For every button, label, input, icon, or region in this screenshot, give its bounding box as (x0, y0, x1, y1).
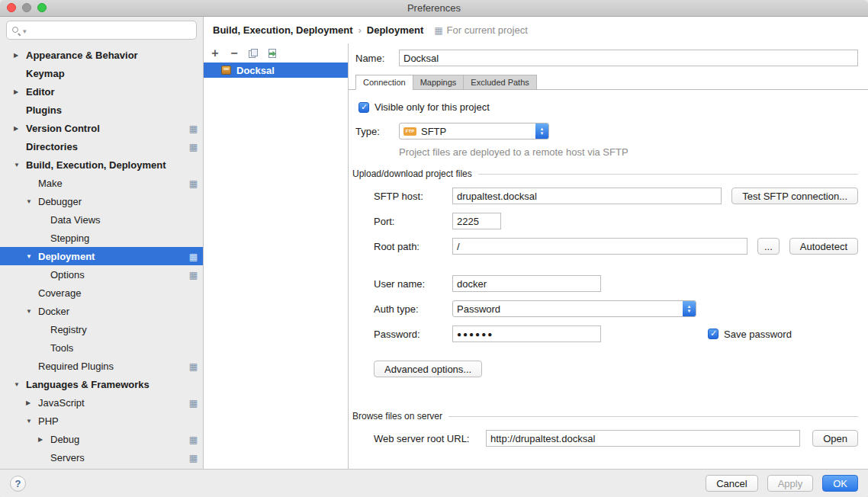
server-list-panel: Docksal (204, 43, 349, 469)
sidebar-item-keymap[interactable]: Keymap (0, 64, 203, 82)
auth-type-select[interactable]: Password (452, 300, 696, 317)
help-button[interactable]: ? (10, 476, 26, 492)
name-row: Name: (355, 50, 858, 66)
sidebar-item-label: JavaScript (38, 397, 85, 409)
breadcrumb-parent[interactable]: Build, Execution, Deployment (213, 24, 352, 36)
sidebar-item-editor[interactable]: ▶Editor (0, 82, 203, 101)
sidebar-item-debug[interactable]: ▶Debug (0, 430, 203, 448)
apply-button[interactable]: Apply (767, 475, 814, 492)
sidebar-item-data-views[interactable]: Data Views (0, 210, 203, 229)
chevron-right-icon[interactable]: ▶ (38, 436, 50, 443)
tab-connection[interactable]: Connection (355, 75, 413, 90)
sidebar-item-languages-frameworks[interactable]: ▼Languages & Frameworks (0, 375, 203, 393)
project-settings-icon (189, 269, 198, 281)
root-path-row: Root path: ... Autodetect (374, 238, 858, 255)
sidebar-item-tools[interactable]: Tools (0, 338, 203, 357)
tab-excluded-paths[interactable]: Excluded Paths (463, 75, 536, 90)
name-input[interactable] (399, 50, 858, 66)
project-settings-icon (189, 452, 198, 463)
ok-button[interactable]: OK (822, 475, 858, 492)
scope-text: For current project (447, 24, 528, 36)
sidebar-item-make[interactable]: Make (0, 174, 203, 192)
sidebar-item-options[interactable]: Options (0, 265, 203, 284)
section-browse-label: Browse files on server (352, 411, 442, 422)
sidebar-item-docker[interactable]: ▼Docker (0, 302, 203, 320)
sidebar-item-label: Make (38, 178, 63, 189)
tab-mappings[interactable]: Mappings (413, 75, 465, 90)
sidebar-item-php[interactable]: ▼PHP (0, 412, 203, 430)
sftp-type-icon (403, 127, 416, 136)
root-path-input[interactable] (452, 238, 747, 255)
sidebar-item-version-control[interactable]: ▶Version Control (0, 119, 203, 137)
paste-server-button[interactable] (266, 47, 278, 59)
sidebar-item-label: Plugins (26, 104, 62, 116)
web-root-input[interactable] (486, 430, 800, 447)
cancel-button[interactable]: Cancel (706, 475, 757, 492)
sidebar-item-plugins[interactable]: Plugins (0, 101, 203, 119)
minimize-button (22, 3, 31, 12)
project-settings-icon (189, 361, 198, 372)
search-icon (11, 26, 21, 35)
user-name-row: User name: (374, 275, 858, 292)
chevron-right-icon[interactable]: ▶ (14, 125, 26, 132)
sidebar-item-label: Editor (26, 86, 55, 98)
sftp-host-input[interactable] (452, 188, 722, 204)
sidebar-item-coverage[interactable]: Coverage (0, 284, 203, 302)
port-input[interactable] (452, 213, 501, 229)
project-settings-icon (189, 397, 198, 409)
sidebar-item-directories[interactable]: Directories (0, 137, 203, 156)
sidebar-item-stepping[interactable]: Stepping (0, 229, 203, 247)
paste-icon (267, 48, 278, 59)
chevron-down-icon[interactable]: ▼ (14, 381, 26, 388)
sidebar-item-debugger[interactable]: ▼Debugger (0, 192, 203, 210)
sidebar-item-appearance-behavior[interactable]: ▶Appearance & Behavior (0, 46, 203, 64)
titlebar[interactable]: Preferences (0, 0, 868, 17)
footer-bar: ? Cancel Apply OK (0, 469, 868, 497)
password-input[interactable] (452, 325, 601, 342)
section-divider (478, 174, 858, 175)
settings-sidebar: ▶Appearance & BehaviorKeymap▶EditorPlugi… (0, 17, 204, 469)
server-list: Docksal (204, 63, 348, 78)
main-body: Docksal Name: ConnectionMappingsExcluded… (204, 43, 868, 469)
browse-root-path-button[interactable]: ... (757, 238, 780, 255)
project-settings-icon (189, 178, 198, 189)
sidebar-item-label: PHP (38, 415, 59, 427)
sidebar-item-servers[interactable]: Servers (0, 448, 203, 467)
save-password-group: Save password (708, 329, 792, 340)
sidebar-item-build-execution-deployment[interactable]: ▼Build, Execution, Deployment (0, 156, 203, 174)
autodetect-button[interactable]: Autodetect (789, 238, 858, 255)
chevron-down-icon[interactable]: ▼ (26, 198, 38, 205)
open-button[interactable]: Open (812, 430, 858, 447)
sidebar-item-required-plugins[interactable]: Required Plugins (0, 357, 203, 375)
server-item-docksal[interactable]: Docksal (204, 63, 348, 78)
sidebar-item-deployment[interactable]: ▼Deployment (0, 247, 203, 265)
test-sftp-connection-button[interactable]: Test SFTP connection... (731, 188, 858, 204)
type-select[interactable]: SFTP (399, 123, 549, 139)
chevron-right-icon[interactable]: ▶ (14, 88, 26, 95)
remove-server-button[interactable] (228, 47, 240, 59)
search-input[interactable] (6, 21, 197, 40)
sidebar-item-label: Build, Execution, Deployment (26, 159, 166, 171)
sidebar-item-javascript[interactable]: ▶JavaScript (0, 393, 203, 412)
sidebar-item-registry[interactable]: Registry (0, 320, 203, 338)
close-button[interactable] (7, 3, 16, 12)
select-stepper-icon (535, 123, 548, 139)
chevron-down-icon[interactable]: ▼ (26, 253, 38, 260)
chevron-down-icon[interactable]: ▼ (26, 308, 38, 315)
main-panel: Build, Execution, Deployment › Deploymen… (204, 17, 868, 469)
chevron-right-icon[interactable]: ▶ (26, 399, 38, 406)
user-name-input[interactable] (452, 275, 601, 292)
scope-label: For current project (434, 24, 528, 36)
save-password-checkbox[interactable] (708, 329, 719, 339)
visible-only-checkbox[interactable] (358, 102, 369, 113)
zoom-button[interactable] (37, 3, 47, 12)
copy-server-button[interactable] (247, 47, 259, 59)
project-settings-icon (189, 251, 198, 262)
sidebar-item-label: Debug (50, 434, 79, 445)
chevron-right-icon[interactable]: ▶ (14, 52, 26, 59)
advanced-options-button[interactable]: Advanced options... (374, 361, 482, 377)
search-history-chevron-icon[interactable] (23, 24, 27, 36)
chevron-down-icon[interactable]: ▼ (26, 418, 38, 425)
chevron-down-icon[interactable]: ▼ (14, 162, 26, 168)
add-server-button[interactable] (209, 47, 221, 59)
